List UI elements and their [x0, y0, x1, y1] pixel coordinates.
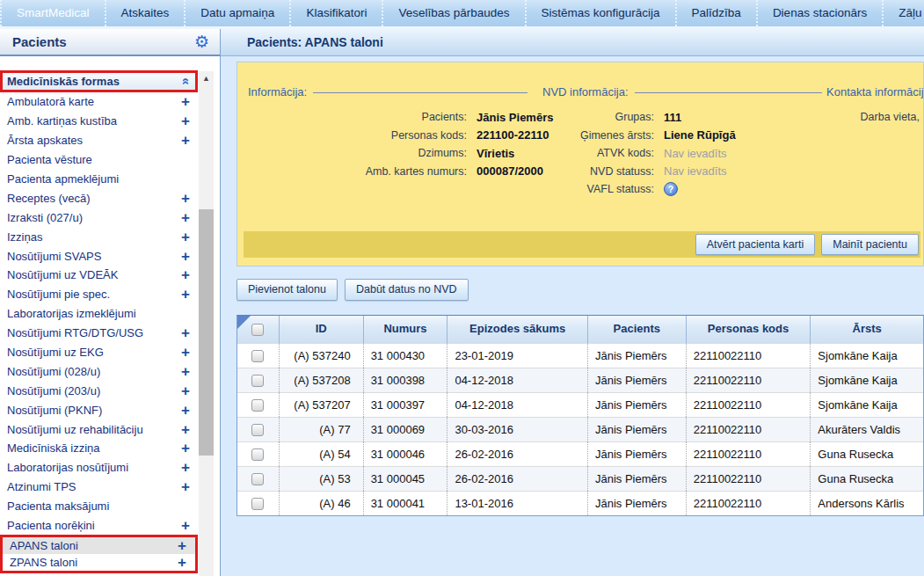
sidebar-item-10[interactable]: Nosūtījumi pie spec.+	[0, 285, 199, 304]
info-field: Personas kods:221100-22110	[248, 127, 564, 145]
sidebar-item-22[interactable]: Pacienta norēķini+	[0, 516, 199, 536]
table-row[interactable]: (A) 5331 00004526-02-2016Jānis Piemērs22…	[237, 466, 923, 491]
nav-item-7[interactable]: Dienas stacionārs	[756, 0, 882, 26]
action-button-0[interactable]: Atvērt pacienta karti	[695, 234, 815, 255]
plus-icon[interactable]: +	[181, 287, 190, 302]
table-row[interactable]: (A) 53720831 00039804-12-2018Jānis Piemē…	[237, 368, 923, 392]
row-checkbox[interactable]	[251, 350, 264, 362]
field-label: VAFL statuss:	[542, 183, 654, 195]
plus-icon[interactable]: +	[181, 94, 190, 109]
plus-icon[interactable]: +	[181, 345, 190, 360]
column-header-4[interactable]: Personas kods	[687, 316, 811, 343]
sidebar-item-label: Izraksti (027/u)	[7, 211, 83, 224]
plus-icon[interactable]: +	[181, 267, 190, 282]
sidebar-item-6[interactable]: Izraksti (027/u)+	[0, 208, 199, 227]
sidebar-item-14[interactable]: Nosūtījumi (028/u)+	[0, 361, 199, 381]
plus-icon[interactable]: +	[181, 249, 190, 264]
plus-icon[interactable]: +	[181, 518, 190, 533]
info-field: Pacients:Jānis Piemērs	[248, 108, 564, 127]
sidebar-item-12[interactable]: Nosūtījumi RTG/DTG/USG+	[0, 324, 199, 343]
row-checkbox[interactable]	[251, 473, 264, 485]
gear-icon[interactable]: ⚙	[194, 33, 209, 50]
row-checkbox[interactable]	[251, 375, 264, 387]
sidebar-item-0[interactable]: Ambulatorā karte+	[0, 92, 199, 112]
nav-item-6[interactable]: Palīdzība	[675, 0, 756, 26]
plus-icon[interactable]: +	[181, 230, 190, 244]
column-header-0[interactable]: ID	[280, 316, 364, 343]
table-row[interactable]: (A) 4631 00004113-01-2016Jānis Piemērs22…	[237, 491, 923, 515]
scrollbar-up-icon[interactable]: ▲	[199, 71, 214, 86]
field-label: Dzimums:	[248, 147, 467, 159]
sidebar-item-21[interactable]: Pacienta maksājumi	[0, 497, 199, 516]
column-header-1[interactable]: Numurs	[364, 316, 448, 343]
sidebar-item-16[interactable]: Nosūtījumi (PKNF)+	[0, 400, 199, 419]
help-icon[interactable]: ?	[664, 182, 678, 196]
sidebar-item-9[interactable]: Nosūtījumi uz VDEĀK+	[0, 266, 199, 285]
plus-icon[interactable]: +	[181, 479, 190, 494]
sidebar-item-17[interactable]: Nosūtījumi uz rehabilitāciju+	[0, 419, 199, 439]
sidebar-item-24[interactable]: ZPANS taloni+	[0, 554, 198, 573]
nav-item-4[interactable]: Veselības pārbaudes	[382, 0, 524, 26]
sidebar-item-23[interactable]: APANS taloni+	[0, 535, 198, 554]
sidebar-item-2[interactable]: Ārsta apskates+	[0, 131, 199, 150]
sidebar-item-5[interactable]: Receptes (vecā)+	[0, 188, 199, 208]
sidebar-group-medicine-forms[interactable]: Medicīniskās formas «	[0, 70, 198, 92]
plus-icon[interactable]: +	[181, 422, 190, 437]
plus-icon[interactable]: +	[181, 113, 190, 128]
field-value: Nav ievadīts	[654, 147, 727, 160]
nav-item-5[interactable]: Sistēmas konfigurācija	[525, 0, 675, 26]
nav-item-2[interactable]: Datu apmaiņa	[184, 0, 289, 26]
sidebar-scrollbar[interactable]: ▲	[199, 71, 214, 576]
plus-icon[interactable]: +	[181, 383, 190, 398]
sidebar-item-label: Nosūtījumi uz VDEĀK	[7, 268, 118, 281]
table-row[interactable]: (A) 53724031 00043023-01-2019Jānis Piemē…	[237, 343, 923, 368]
chevron-double-up-icon[interactable]: «	[179, 77, 193, 84]
section-nvd-informacija: NVD informācija: Grupas:111Ģimenes ārsts…	[542, 84, 833, 199]
column-header-3[interactable]: Pacients	[588, 316, 687, 343]
sidebar-item-7[interactable]: Izziņas+	[0, 227, 199, 246]
scrollbar-thumb[interactable]	[199, 209, 214, 456]
nav-item-1[interactable]: Atskaites	[105, 0, 185, 26]
field-label: Personas kods:	[248, 129, 467, 142]
sidebar-item-1[interactable]: Amb. kartiņas kustība+	[0, 112, 199, 131]
row-checkbox[interactable]	[251, 399, 264, 412]
plus-icon[interactable]: +	[178, 555, 186, 570]
row-checkbox[interactable]	[251, 498, 264, 510]
info-field: ATVK kods:Nav ievadīts	[542, 144, 833, 163]
column-header-5[interactable]: Ārsts	[811, 316, 923, 343]
cell-numurs: 31 000045	[364, 466, 448, 491]
table-row[interactable]: (A) 7731 00006930-03-2016Jānis Piemērs22…	[237, 417, 923, 441]
plus-icon[interactable]: +	[181, 133, 190, 148]
nav-item-3[interactable]: Klasifikatori	[289, 0, 382, 26]
plus-icon[interactable]: +	[178, 538, 186, 553]
sidebar-item-13[interactable]: Nosūtījumi uz EKG+	[0, 343, 199, 362]
plus-icon[interactable]: +	[181, 403, 190, 418]
row-checkbox[interactable]	[251, 424, 264, 436]
table-row[interactable]: (A) 53720731 00039704-12-2018Jānis Piemē…	[237, 392, 923, 417]
sidebar-item-4[interactable]: Pacienta apmeklējumi	[0, 170, 199, 189]
action-button-1[interactable]: Mainīt pacientu	[821, 234, 919, 255]
sidebar-item-15[interactable]: Nosūtījumi (203/u)+	[0, 381, 199, 400]
cell-personas-kods: 22110022110	[687, 392, 811, 417]
sidebar-item-18[interactable]: Medicīniskā izziņa+	[0, 439, 199, 458]
plus-icon[interactable]: +	[181, 441, 190, 456]
sidebar-item-label: Ambulatorā karte	[7, 95, 94, 108]
toolbar-button-1[interactable]: Dabūt datus no NVD	[345, 279, 469, 301]
row-checkbox[interactable]	[251, 448, 264, 461]
plus-icon[interactable]: +	[181, 460, 190, 475]
table-row[interactable]: (A) 5431 00004626-02-2016Jānis Piemērs22…	[237, 441, 923, 466]
nav-item-8[interactable]: Zāļu Verifikācija	[882, 0, 924, 26]
sidebar-item-20[interactable]: Atzinumi TPS+	[0, 478, 199, 497]
select-all-checkbox[interactable]	[251, 324, 264, 336]
plus-icon[interactable]: +	[181, 210, 190, 225]
sidebar-item-8[interactable]: Nosūtījumi SVAPS+	[0, 246, 199, 266]
toolbar-button-0[interactable]: Pievienot talonu	[236, 279, 338, 301]
sidebar-item-19[interactable]: Laboratorijas nosūtījumi+	[0, 458, 199, 478]
plus-icon[interactable]: +	[181, 325, 190, 340]
sidebar-item-3[interactable]: Pacienta vēsture	[0, 150, 199, 170]
plus-icon[interactable]: +	[181, 191, 190, 206]
sidebar-item-11[interactable]: Laboratorijas izmeklējumi	[0, 304, 199, 324]
column-header-2[interactable]: Epizodes sākums	[447, 316, 588, 343]
nav-item-0[interactable]: SmartMedical	[0, 0, 105, 26]
plus-icon[interactable]: +	[181, 364, 190, 379]
